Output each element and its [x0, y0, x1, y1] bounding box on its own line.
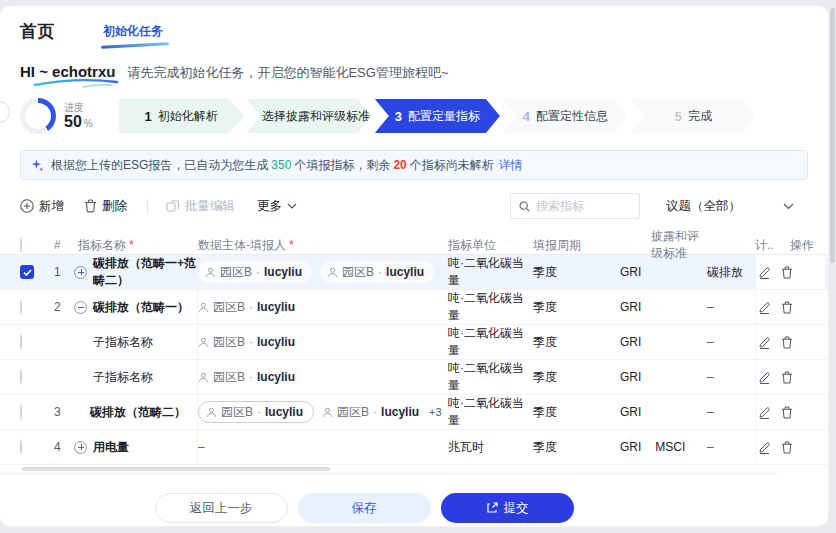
more-button-label: 更多	[257, 198, 282, 215]
horizontal-scrollbar-thumb[interactable]	[22, 467, 330, 471]
subject-tag[interactable]: 园区B·lucyliu	[320, 261, 434, 283]
edit-button[interactable]	[758, 441, 771, 454]
indicator-name-cell: 碳排放（范畴二）	[74, 395, 198, 429]
subject-overflow-count[interactable]: +3	[429, 406, 442, 418]
delete-row-button[interactable]	[781, 301, 793, 314]
subject-tag[interactable]: 园区B·lucyliu	[322, 401, 419, 423]
select-all-checkbox[interactable]	[20, 237, 22, 253]
save-button[interactable]: 保存	[298, 493, 431, 523]
subject-separator: ·	[257, 405, 261, 419]
step-3-quant-indicators[interactable]: 3 配置定量指标	[375, 99, 500, 133]
unit-cell: 兆瓦时	[448, 439, 533, 456]
delete-button-label: 删除	[102, 198, 127, 215]
edit-button[interactable]	[758, 406, 771, 419]
search-input[interactable]	[536, 199, 631, 213]
delete-row-button[interactable]	[781, 406, 793, 419]
step-5-finish[interactable]: 5 完成	[631, 99, 756, 133]
row-checkbox[interactable]	[20, 265, 34, 279]
subject-separator: ·	[249, 335, 253, 349]
trash-icon	[781, 336, 793, 349]
col-subject-label: 数据主体-填报人	[198, 238, 286, 252]
expand-icon[interactable]	[74, 266, 87, 279]
submit-button[interactable]: 提交	[441, 493, 574, 523]
standard-cell: GRI	[605, 300, 707, 314]
step-4-qual-info[interactable]: 4 配置定性信息	[503, 99, 628, 133]
greeting-message: 请先完成初始化任务，开启您的智能化ESG管理旅程吧~	[127, 64, 448, 82]
edit-button[interactable]	[758, 301, 771, 314]
indicator-name: 子指标名称	[93, 369, 153, 386]
row-index: 2	[46, 300, 74, 314]
subject-separator: ·	[256, 265, 260, 279]
add-button[interactable]: 新增	[20, 198, 64, 215]
col-calc: 计..	[707, 237, 755, 254]
step-number: 3	[395, 109, 402, 124]
back-button-label: 返回上一步	[190, 500, 253, 517]
collapse-icon[interactable]	[74, 301, 87, 314]
calc-cell: –	[707, 440, 755, 454]
add-button-label: 新增	[39, 198, 64, 215]
row-checkbox[interactable]	[20, 439, 22, 455]
ops-cell	[755, 395, 825, 429]
person-icon	[322, 407, 333, 418]
row-index: 3	[46, 405, 74, 419]
progress-text: 进度 50%	[64, 102, 93, 131]
search-box	[510, 193, 640, 219]
table-row-child: 子指标名称 园区B·lucyliu 吨·二氧化碳当量 季度 GRI –	[0, 360, 828, 395]
row-checkbox[interactable]	[20, 404, 22, 420]
search-icon	[519, 200, 530, 213]
banner-text-before: 根据您上传的ESG报告，已自动为您生成	[51, 158, 268, 172]
edit-button[interactable]	[758, 266, 771, 279]
banner-text-after: 个指标尚未解析	[410, 158, 494, 172]
indicator-name: 碳排放（范畴一）	[93, 299, 189, 316]
period-cell: 季度	[533, 439, 605, 456]
batch-edit-button[interactable]: 批量编辑	[166, 198, 235, 215]
subject-user: lucyliu	[381, 405, 419, 419]
expand-icon[interactable]	[74, 441, 87, 454]
person-icon	[198, 302, 209, 313]
unit-cell: 吨·二氧化碳当量	[448, 325, 533, 359]
delete-row-button[interactable]	[781, 336, 793, 349]
row-checkbox[interactable]	[20, 369, 22, 385]
vertical-scrollbar-thumb[interactable]	[830, 8, 835, 263]
subject-tag[interactable]: 园区B·lucyliu	[198, 401, 314, 423]
progress-unit: %	[84, 118, 93, 129]
table-row-child: 子指标名称 园区B·lucyliu 吨·二氧化碳当量 季度 GRI –	[0, 325, 828, 360]
subject-tag[interactable]: 园区B·lucyliu	[198, 331, 295, 353]
side-drawer-handle[interactable]	[0, 101, 10, 123]
topic-filter-select[interactable]: 议题（全部）	[666, 198, 808, 215]
step-wizard: 1 初始化解析 2 选择披露和评级标准 3 配置定量指标 4 配置定性信息 5 …	[119, 99, 756, 133]
details-link[interactable]: 详情	[499, 158, 523, 172]
period-cell: 季度	[533, 369, 605, 386]
delete-row-button[interactable]	[781, 266, 793, 279]
person-icon	[198, 337, 209, 348]
step-label: 完成	[688, 108, 712, 125]
pencil-icon	[758, 406, 771, 419]
tab-init-task[interactable]: 初始化任务	[103, 23, 163, 40]
more-button[interactable]: 更多	[257, 198, 297, 215]
step-1-parse[interactable]: 1 初始化解析	[119, 99, 244, 133]
progress-value: 50	[64, 113, 82, 130]
delete-row-button[interactable]	[781, 441, 793, 454]
subject-org: 园区B	[213, 369, 245, 386]
unit-cell: 吨·二氧化碳当量	[448, 395, 533, 429]
row-checkbox[interactable]	[20, 334, 22, 350]
step-label: 配置定量指标	[408, 108, 480, 125]
subject-separator: ·	[373, 405, 377, 419]
standard-tag: GRI	[620, 265, 641, 279]
delete-button[interactable]: 删除	[84, 198, 127, 215]
indicator-table: # 指标名称* 数据主体-填报人* 指标单位 填报周期 披露和评级标准 计.. …	[0, 228, 828, 473]
row-checkbox[interactable]	[20, 299, 22, 315]
period-cell: 季度	[533, 404, 605, 421]
back-button[interactable]: 返回上一步	[155, 493, 288, 523]
delete-row-button[interactable]	[781, 371, 793, 384]
edit-button[interactable]	[758, 371, 771, 384]
trash-icon	[781, 266, 793, 279]
edit-button[interactable]	[758, 336, 771, 349]
subject-tag[interactable]: 园区B·lucyliu	[198, 366, 295, 388]
trash-icon	[781, 441, 793, 454]
step-2-standards[interactable]: 2 选择披露和评级标准	[247, 99, 372, 133]
subject-tag[interactable]: 园区B·lucyliu	[198, 296, 295, 318]
step-label: 配置定性信息	[536, 108, 608, 125]
ops-cell	[755, 255, 825, 289]
subject-tag[interactable]: 园区B·lucyliu	[198, 261, 312, 283]
